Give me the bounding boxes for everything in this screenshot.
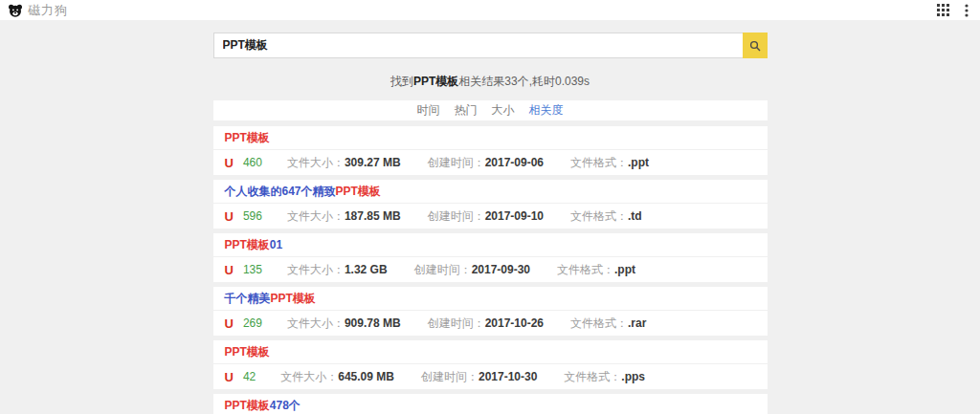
title-keyword-part: PPT模板 bbox=[336, 185, 381, 198]
brand-name: 磁力狗 bbox=[28, 2, 68, 19]
more-menu-icon[interactable] bbox=[965, 4, 969, 17]
size-value: 309.27 MB bbox=[345, 156, 401, 169]
size-value: 1.32 GB bbox=[345, 263, 388, 276]
apps-grid-icon[interactable] bbox=[937, 4, 949, 16]
result-card: 个人收集的647个精致PPT模板 U 596 文件大小： 187.85 MB 创… bbox=[213, 180, 768, 229]
results-summary: 找到PPT模板相关结果33个,耗时0.039s bbox=[213, 74, 768, 90]
created-label: 创建时间： bbox=[428, 316, 485, 332]
size-value: 645.09 MB bbox=[338, 370, 394, 383]
magnet-u-icon[interactable]: U bbox=[225, 370, 234, 384]
sort-option[interactable]: 相关度 bbox=[529, 102, 564, 119]
seeds-count: 135 bbox=[243, 263, 262, 276]
size-value: 909.78 MB bbox=[345, 316, 401, 330]
title-text-part: 个人收集的647个精致 bbox=[225, 185, 336, 198]
size-label: 文件大小： bbox=[280, 369, 338, 385]
created-value: 2017-10-26 bbox=[485, 316, 544, 330]
brand-logo[interactable]: 磁力狗 bbox=[8, 2, 68, 19]
format-value: .ppt bbox=[628, 156, 649, 169]
created-label: 创建时间： bbox=[414, 262, 472, 278]
created-value: 2017-10-30 bbox=[479, 370, 537, 383]
created-label: 创建时间： bbox=[421, 369, 479, 385]
title-text-part: 478个 bbox=[270, 399, 301, 412]
title-keyword-part: PPT模板 bbox=[225, 399, 270, 412]
search-button[interactable] bbox=[743, 33, 768, 58]
sort-option[interactable]: 时间 bbox=[417, 102, 440, 119]
format-label: 文件格式： bbox=[570, 208, 628, 225]
title-text-part: 01 bbox=[270, 238, 282, 251]
format-label: 文件格式： bbox=[564, 369, 621, 385]
format-value: .pps bbox=[621, 370, 645, 383]
format-label: 文件格式： bbox=[557, 262, 614, 278]
magnet-u-icon[interactable]: U bbox=[225, 263, 234, 277]
result-card: PPT模板01 U 135 文件大小： 1.32 GB 创建时间： 2017-0… bbox=[213, 233, 768, 282]
result-title-link[interactable]: PPT模板 bbox=[225, 344, 270, 360]
format-label: 文件格式： bbox=[570, 155, 628, 171]
size-label: 文件大小： bbox=[287, 316, 345, 332]
magnet-u-icon[interactable]: U bbox=[225, 209, 234, 224]
format-value: .ppt bbox=[614, 263, 635, 276]
title-keyword-part: PPT模板 bbox=[225, 131, 270, 144]
seeds-count: 42 bbox=[243, 370, 256, 383]
sort-option[interactable]: 热门 bbox=[455, 102, 478, 119]
sort-bar: 时间热门大小相关度 bbox=[213, 100, 768, 120]
format-value: .rar bbox=[628, 316, 646, 330]
created-value: 2017-09-10 bbox=[485, 209, 544, 223]
result-card: PPT模板 U 460 文件大小： 309.27 MB 创建时间： 2017-0… bbox=[213, 126, 768, 175]
top-bar: 磁力狗 bbox=[0, 0, 980, 20]
size-value: 187.85 MB bbox=[345, 209, 401, 223]
title-text-part: 千个精美 bbox=[225, 292, 271, 305]
result-title-link[interactable]: 千个精美PPT模板 bbox=[225, 291, 316, 307]
size-label: 文件大小： bbox=[287, 208, 345, 225]
seeds-count: 269 bbox=[243, 316, 262, 330]
result-card: PPT模板478个 bbox=[213, 394, 768, 414]
result-title-link[interactable]: 个人收集的647个精致PPT模板 bbox=[225, 184, 381, 200]
result-title-link[interactable]: PPT模板01 bbox=[225, 237, 283, 253]
seeds-count: 596 bbox=[243, 209, 262, 223]
results-list: PPT模板 U 460 文件大小： 309.27 MB 创建时间： 2017-0… bbox=[213, 126, 768, 414]
search-bar bbox=[213, 33, 768, 58]
summary-keyword: PPT模板 bbox=[413, 75, 458, 88]
title-keyword-part: PPT模板 bbox=[225, 238, 270, 251]
magnet-u-icon[interactable]: U bbox=[225, 316, 234, 331]
format-label: 文件格式： bbox=[570, 316, 628, 332]
search-input[interactable] bbox=[213, 33, 743, 58]
magnet-u-icon[interactable]: U bbox=[225, 156, 234, 170]
search-icon bbox=[749, 40, 761, 52]
dog-logo-icon bbox=[8, 3, 23, 18]
result-card: PPT模板 U 42 文件大小： 645.09 MB 创建时间： 2017-10… bbox=[213, 340, 768, 389]
result-card: 千个精美PPT模板 U 269 文件大小： 909.78 MB 创建时间： 20… bbox=[213, 287, 768, 336]
created-value: 2017-09-30 bbox=[472, 263, 530, 276]
created-label: 创建时间： bbox=[428, 155, 485, 171]
size-label: 文件大小： bbox=[287, 155, 345, 171]
title-keyword-part: PPT模板 bbox=[225, 345, 270, 359]
title-keyword-part: PPT模板 bbox=[271, 292, 316, 305]
sort-option[interactable]: 大小 bbox=[492, 102, 515, 119]
result-title-link[interactable]: PPT模板478个 bbox=[225, 398, 301, 414]
size-label: 文件大小： bbox=[287, 262, 345, 278]
result-title-link[interactable]: PPT模板 bbox=[225, 130, 270, 146]
format-value: .td bbox=[628, 209, 642, 223]
created-value: 2017-09-06 bbox=[485, 156, 544, 169]
seeds-count: 460 bbox=[243, 156, 262, 169]
created-label: 创建时间： bbox=[428, 208, 485, 225]
